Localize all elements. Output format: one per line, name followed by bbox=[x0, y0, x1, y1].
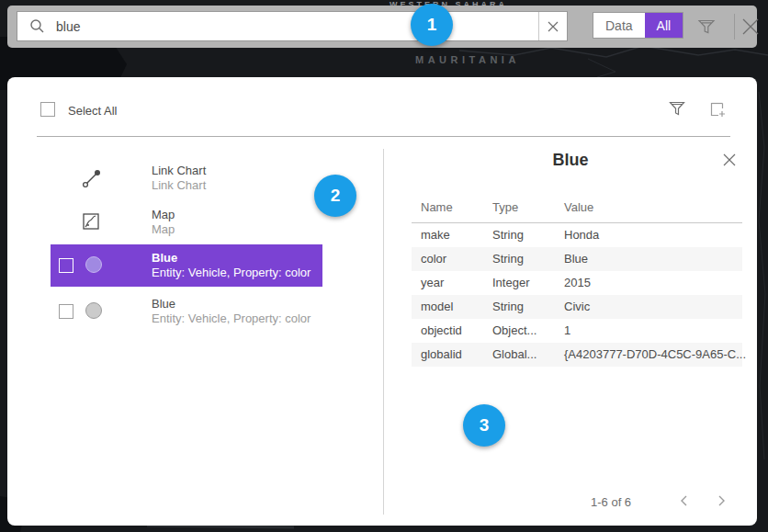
column-header-name: Name bbox=[421, 200, 453, 214]
toggle-all-button[interactable]: All bbox=[645, 13, 683, 38]
toggle-data-button[interactable]: Data bbox=[593, 13, 645, 38]
detail-close-icon[interactable] bbox=[722, 153, 737, 167]
search-scope-toggle: Data All bbox=[593, 12, 683, 39]
callout-step-2: 2 bbox=[314, 175, 356, 217]
result-title: Blue bbox=[152, 297, 175, 311]
result-item-link-chart[interactable]: Link Chart Link Chart bbox=[51, 158, 322, 195]
cell-value: Blue bbox=[564, 252, 588, 266]
cell-type: Object... bbox=[492, 323, 536, 337]
search-filter-icon[interactable] bbox=[696, 17, 717, 37]
cell-type: String bbox=[492, 300, 524, 313]
search-query-text: blue bbox=[56, 19, 538, 34]
callout-step-3: 3 bbox=[463, 404, 505, 447]
pagination: 1-6 of 6 bbox=[384, 489, 757, 516]
result-title: Link Chart bbox=[152, 164, 206, 177]
table-row: model String Civic bbox=[412, 295, 742, 319]
pagination-label: 1-6 of 6 bbox=[591, 495, 631, 509]
cell-name: color bbox=[421, 252, 446, 266]
map-label-mauritania: MAURITANIA bbox=[415, 54, 520, 65]
result-subtitle: Map bbox=[152, 222, 175, 236]
table-header: Name Type Value bbox=[412, 195, 742, 222]
result-checkbox[interactable] bbox=[59, 304, 73, 319]
detail-pane: Blue Name Type Value make String Honda c… bbox=[384, 77, 757, 526]
result-item-blue[interactable]: Blue Entity: Vehicle, Property: color bbox=[51, 290, 322, 333]
select-all-label: Select All bbox=[68, 104, 117, 118]
result-subtitle: Link Chart bbox=[152, 178, 206, 192]
search-icon bbox=[29, 18, 45, 34]
cell-value: 1 bbox=[564, 323, 570, 337]
result-checkbox[interactable] bbox=[59, 258, 73, 273]
clear-search-icon[interactable] bbox=[538, 12, 567, 40]
cell-type: String bbox=[492, 252, 524, 266]
search-input[interactable]: blue bbox=[17, 11, 568, 41]
column-header-type: Type bbox=[492, 200, 518, 214]
cell-name: make bbox=[421, 228, 450, 242]
cell-type: Integer bbox=[492, 276, 529, 289]
search-results-panel: Select All Link Chart Link Chart bbox=[7, 77, 757, 526]
entity-circle-icon bbox=[85, 302, 102, 319]
result-subtitle: Entity: Vehicle, Property: color bbox=[152, 311, 311, 325]
toolbar-separator bbox=[734, 14, 735, 40]
entity-circle-icon bbox=[85, 256, 102, 273]
detail-title: Blue bbox=[384, 151, 757, 170]
result-item-blue-selected[interactable]: Blue Entity: Vehicle, Property: color bbox=[51, 244, 322, 287]
cell-name: year bbox=[421, 276, 444, 289]
select-all-checkbox[interactable] bbox=[40, 102, 55, 117]
cell-name: objectid bbox=[421, 323, 462, 337]
table-row: color String Blue bbox=[412, 247, 742, 271]
cell-value: 2015 bbox=[564, 276, 591, 289]
cell-name: globalid bbox=[421, 347, 462, 361]
table-row: globalid Global... {A4203777-D70D-4C5C-9… bbox=[412, 343, 742, 367]
pagination-prev-icon[interactable] bbox=[678, 494, 691, 507]
search-toolbar: blue Data All bbox=[7, 6, 757, 48]
table-row: make String Honda bbox=[412, 223, 742, 247]
cell-value: Honda bbox=[564, 228, 599, 242]
result-title: Map bbox=[152, 208, 175, 221]
result-item-map[interactable]: Map Map bbox=[51, 202, 322, 239]
table-row: objectid Object... 1 bbox=[412, 319, 742, 343]
map-icon bbox=[81, 211, 101, 232]
cell-type: String bbox=[492, 228, 524, 242]
column-header-value: Value bbox=[564, 200, 593, 214]
cell-type: Global... bbox=[492, 347, 536, 361]
cell-name: model bbox=[421, 300, 453, 313]
callout-step-1: 1 bbox=[411, 4, 453, 46]
cell-value: Civic bbox=[564, 300, 590, 313]
close-search-icon[interactable] bbox=[740, 16, 762, 38]
result-title: Blue bbox=[152, 251, 177, 265]
table-row: year Integer 2015 bbox=[412, 271, 742, 295]
link-chart-icon bbox=[81, 167, 103, 189]
pagination-next-icon[interactable] bbox=[715, 494, 728, 507]
result-subtitle: Entity: Vehicle, Property: color bbox=[152, 266, 311, 279]
cell-value: {A4203777-D70D-4C5C-9A65-C... bbox=[564, 347, 746, 361]
properties-table: Name Type Value make String Honda color … bbox=[412, 195, 742, 367]
